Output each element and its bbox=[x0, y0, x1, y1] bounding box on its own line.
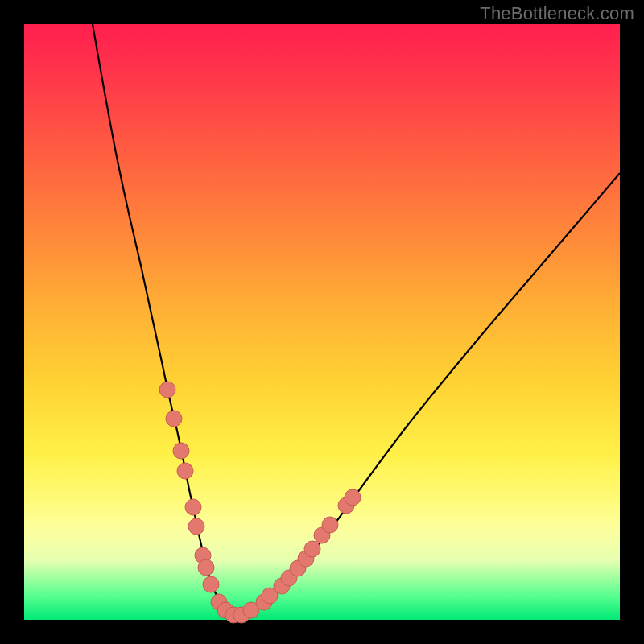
bottleneck-curve bbox=[93, 24, 620, 616]
plot-area bbox=[24, 24, 620, 620]
marker-point bbox=[345, 489, 361, 506]
marker-point bbox=[203, 576, 219, 592]
curve-svg bbox=[24, 24, 620, 620]
marker-point bbox=[304, 541, 320, 557]
marker-point bbox=[173, 443, 189, 459]
marker-point bbox=[185, 499, 201, 515]
chart-frame: TheBottleneck.com bbox=[0, 0, 644, 644]
marker-point bbox=[198, 559, 214, 576]
highlight-markers bbox=[159, 382, 361, 623]
marker-point bbox=[177, 463, 193, 479]
marker-point bbox=[322, 517, 338, 533]
watermark-text: TheBottleneck.com bbox=[480, 3, 634, 24]
marker-point bbox=[159, 382, 175, 398]
marker-point bbox=[188, 518, 204, 535]
marker-point bbox=[166, 411, 182, 427]
